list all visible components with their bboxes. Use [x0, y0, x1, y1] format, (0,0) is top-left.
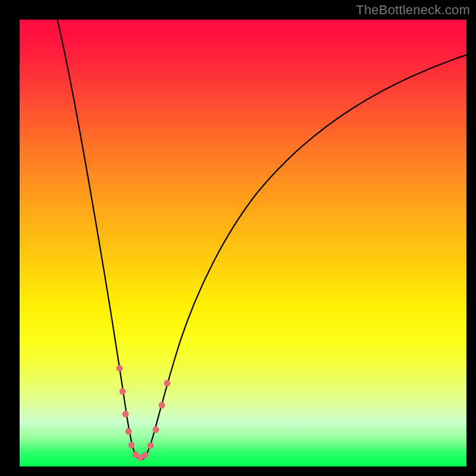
- chart-frame: TheBottleneck.com: [0, 0, 476, 476]
- data-marker: [148, 443, 154, 449]
- plot-area: [20, 20, 466, 466]
- data-marker: [153, 427, 159, 433]
- data-marker: [142, 452, 149, 459]
- data-marker: [133, 452, 139, 458]
- watermark-text: TheBottleneck.com: [356, 2, 470, 18]
- data-marker: [123, 411, 129, 418]
- bottleneck-curve: [20, 20, 466, 466]
- curve-path: [53, 20, 466, 460]
- data-marker: [126, 428, 132, 435]
- data-marker: [120, 389, 126, 395]
- data-marker: [137, 455, 144, 461]
- data-marker: [164, 380, 171, 387]
- data-marker: [159, 402, 165, 409]
- data-marker: [117, 365, 123, 372]
- data-marker: [129, 442, 135, 449]
